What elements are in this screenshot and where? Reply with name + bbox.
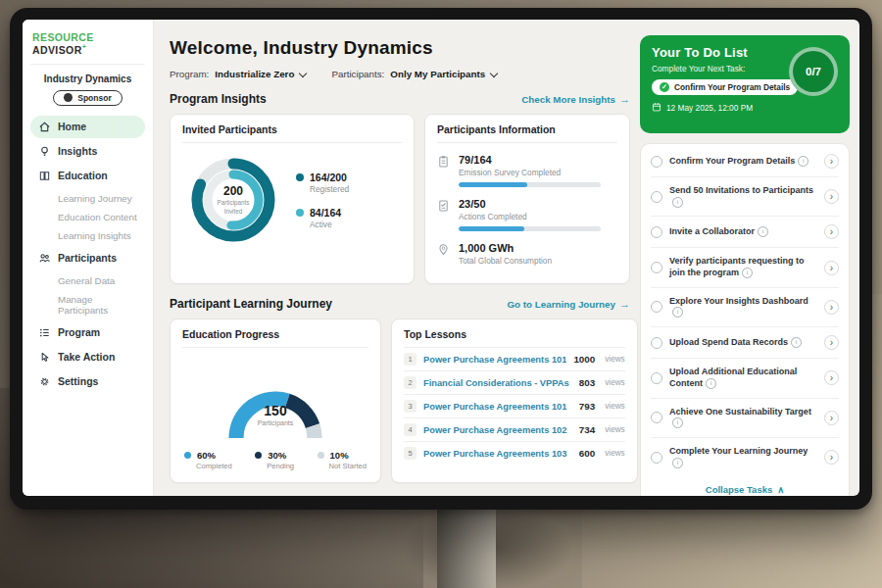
logo-secondary: ADVISOR	[32, 44, 82, 56]
chevron-right-icon[interactable]: ›	[824, 335, 839, 350]
sidebar-item-learning-insights[interactable]: Learning Insights	[30, 226, 145, 245]
lesson-link[interactable]: Power Purchase Agreements 101	[423, 355, 566, 365]
chevron-right-icon[interactable]: ›	[824, 189, 839, 204]
info-icon[interactable]: i	[672, 417, 683, 428]
program-insights-title: Program Insights	[170, 92, 267, 106]
program-filter[interactable]: Program: Industrialize Zero	[170, 69, 306, 79]
info-icon[interactable]: i	[706, 378, 716, 389]
chevron-right-icon[interactable]: ›	[824, 450, 839, 465]
todo-summary-card: Your To Do List Complete Your Next Task:…	[640, 35, 850, 133]
education-progress-title: Education Progress	[182, 328, 368, 348]
go-to-learning-journey-link[interactable]: Go to Learning Journey →	[508, 298, 631, 310]
next-task-chip[interactable]: ✓ Confirm Your Program Details	[652, 79, 798, 95]
task-row[interactable]: Invite a Collaboratori ›	[651, 217, 839, 248]
sidebar-item-take-action[interactable]: Take Action	[30, 346, 145, 368]
task-row[interactable]: Verify participants requesting to join t…	[651, 248, 839, 287]
dashboard-screen: RESOURCE ADVISOR+ Industry Dynamics Spon…	[23, 20, 859, 496]
lesson-link[interactable]: Power Purchase Agreements 102	[423, 425, 572, 435]
task-row[interactable]: Upload Additional Educational Contenti ›	[651, 359, 839, 398]
due-date: 12 May 2025, 12:00 PM	[652, 102, 838, 114]
task-checkbox[interactable]	[651, 412, 662, 423]
info-icon[interactable]: i	[758, 226, 768, 237]
info-icon[interactable]: i	[798, 156, 808, 167]
task-checkbox[interactable]	[651, 262, 662, 273]
invited-donut-chart: 200 Participants Invited	[182, 149, 284, 251]
legend-not-started: 10% Not Started	[318, 450, 367, 470]
todo-progress-ring: 0/7	[789, 47, 838, 96]
logo-plus: +	[82, 43, 87, 50]
people-icon	[38, 252, 51, 265]
sidebar-item-learning-journey[interactable]: Learning Journey	[30, 189, 145, 208]
chevron-right-icon[interactable]: ›	[824, 370, 839, 385]
check-more-insights-link[interactable]: Check More Insights →	[521, 93, 630, 105]
task-row[interactable]: Send 50 Invitations to Participantsi ›	[651, 177, 839, 217]
info-icon[interactable]: i	[672, 458, 683, 468]
stat-global-consumption: 1,000 GWh Total Global Consumption	[437, 242, 617, 266]
task-row[interactable]: Upload Spend Data Recordsi ›	[651, 327, 839, 359]
lesson-row: 3 Power Purchase Agreements 101 793views	[404, 395, 625, 418]
chevron-down-icon	[490, 69, 498, 76]
home-icon	[38, 121, 51, 133]
gauge-center-value: 150	[182, 403, 368, 418]
participants-filter[interactable]: Participants: Only My Participants	[331, 69, 497, 79]
task-row[interactable]: Confirm Your Program Detailsi ›	[651, 146, 839, 177]
task-checkbox[interactable]	[651, 337, 662, 349]
sidebar-item-participants[interactable]: Participants	[30, 247, 145, 270]
sidebar-item-home[interactable]: Home	[30, 116, 145, 138]
actions-progress-bar	[459, 226, 601, 231]
main-content: Welcome, Industry Dynamics Program: Indu…	[154, 20, 640, 496]
chevron-right-icon[interactable]: ›	[824, 224, 839, 239]
todo-column: Your To Do List Complete Your Next Task:…	[640, 20, 859, 496]
sponsor-icon	[64, 93, 73, 102]
lesson-link[interactable]: Financial Considerations - VPPAs	[423, 378, 572, 388]
task-checkbox[interactable]	[651, 372, 662, 384]
collapse-tasks-link[interactable]: Collapse Tasks ∧	[651, 476, 839, 496]
rank-badge: 2	[404, 376, 416, 389]
info-icon[interactable]: i	[742, 268, 753, 278]
task-checkbox[interactable]	[651, 191, 662, 203]
sidebar-item-education[interactable]: Education	[30, 165, 145, 187]
monitor-bezel: RESOURCE ADVISOR+ Industry Dynamics Spon…	[10, 8, 872, 510]
chevron-right-icon[interactable]: ›	[824, 411, 839, 425]
top-lessons-card: Top Lessons 1 Power Purchase Agreements …	[391, 318, 638, 483]
invited-center-value: 200	[223, 184, 243, 198]
participants-information-card: Participants Information 79/164 Emission…	[424, 114, 630, 284]
participants-information-title: Participants Information	[437, 123, 617, 143]
gear-icon	[38, 375, 51, 388]
legend-pending: 30% Pending	[255, 450, 294, 470]
task-checkbox[interactable]	[651, 156, 662, 168]
task-row[interactable]: Complete Your Learning Journeyi ›	[651, 438, 839, 476]
sidebar-item-manage-participants[interactable]: Manage Participants	[30, 290, 145, 319]
sidebar-item-program[interactable]: Program	[30, 321, 145, 344]
legend-completed: 60% Completed	[184, 450, 232, 470]
task-checkbox[interactable]	[651, 301, 662, 313]
logo-primary: RESOURCE	[32, 31, 94, 43]
info-icon[interactable]: i	[791, 337, 802, 348]
sidebar-item-settings[interactable]: Settings	[30, 370, 145, 393]
chevron-right-icon[interactable]: ›	[824, 300, 839, 315]
lightbulb-icon	[38, 145, 51, 158]
sidebar-item-education-content[interactable]: Education Content	[30, 208, 145, 226]
sidebar-item-insights[interactable]: Insights	[30, 140, 145, 163]
info-icon[interactable]: i	[672, 197, 683, 208]
rank-badge: 3	[404, 400, 416, 413]
chevron-up-icon: ∧	[777, 484, 784, 495]
lesson-row: 4 Power Purchase Agreements 102 734views	[404, 418, 625, 442]
arrow-right-icon: →	[619, 298, 630, 310]
book-icon	[38, 170, 51, 182]
task-row[interactable]: Achieve One Sustainability Targeti ›	[651, 399, 839, 438]
list-icon	[38, 326, 51, 339]
info-icon[interactable]: i	[672, 307, 683, 318]
lesson-link[interactable]: Power Purchase Agreements 101	[423, 402, 572, 412]
task-checkbox[interactable]	[651, 226, 662, 238]
legend-dot	[184, 452, 191, 459]
chevron-right-icon[interactable]: ›	[824, 154, 839, 169]
rank-badge: 1	[404, 353, 416, 366]
sidebar-item-general-data[interactable]: General Data	[30, 271, 145, 290]
top-lessons-title: Top Lessons	[404, 328, 625, 348]
lesson-link[interactable]: Power Purchase Agreements 103	[423, 449, 572, 459]
legend-active: 84/164 Active	[296, 207, 349, 229]
chevron-right-icon[interactable]: ›	[824, 261, 839, 275]
task-checkbox[interactable]	[651, 452, 662, 464]
task-row[interactable]: Explore Your Insights Dashboardi ›	[651, 288, 839, 327]
